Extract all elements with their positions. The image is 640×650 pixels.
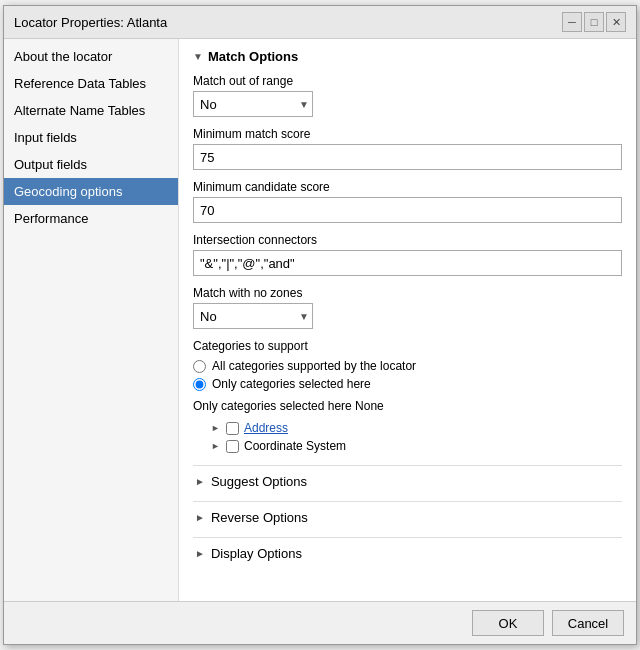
tree-label-address[interactable]: Address xyxy=(244,421,288,435)
display-options-arrow-icon: ► xyxy=(195,548,205,559)
minimum-match-score-input[interactable] xyxy=(193,144,622,170)
match-with-no-zones-select[interactable]: No Yes xyxy=(193,303,313,329)
suggest-options-section: ► Suggest Options xyxy=(193,465,622,497)
reverse-options-section: ► Reverse Options xyxy=(193,501,622,533)
radio-item-all: All categories supported by the locator xyxy=(193,359,622,373)
match-out-of-range-select-wrapper: No Yes ▼ xyxy=(193,91,313,117)
sidebar-item-about-locator[interactable]: About the locator xyxy=(4,43,178,70)
restore-button[interactable]: □ xyxy=(584,12,604,32)
ok-button[interactable]: OK xyxy=(472,610,544,636)
minimum-match-score-group: Minimum match score xyxy=(193,127,622,170)
minimum-candidate-score-group: Minimum candidate score xyxy=(193,180,622,223)
cancel-button[interactable]: Cancel xyxy=(552,610,624,636)
intersection-connectors-label: Intersection connectors xyxy=(193,233,622,247)
match-out-of-range-label: Match out of range xyxy=(193,74,622,88)
sidebar-item-alternate-name-tables[interactable]: Alternate Name Tables xyxy=(4,97,178,124)
section-expand-icon: ▼ xyxy=(193,51,203,62)
radio-group-categories: All categories supported by the locator … xyxy=(193,359,622,391)
tree-expand-coordinate-icon[interactable]: ► xyxy=(211,441,223,451)
sidebar-item-input-fields[interactable]: Input fields xyxy=(4,124,178,151)
match-with-no-zones-label: Match with no zones xyxy=(193,286,622,300)
categories-note: Only categories selected here None xyxy=(193,399,622,413)
match-out-of-range-group: Match out of range No Yes ▼ xyxy=(193,74,622,117)
categories-group: Categories to support All categories sup… xyxy=(193,339,622,455)
reverse-options-label: Reverse Options xyxy=(211,510,308,525)
intersection-connectors-group: Intersection connectors xyxy=(193,233,622,276)
reverse-options-header[interactable]: ► Reverse Options xyxy=(193,502,622,533)
display-options-header[interactable]: ► Display Options xyxy=(193,538,622,569)
match-with-no-zones-group: Match with no zones No Yes ▼ xyxy=(193,286,622,329)
minimum-match-score-label: Minimum match score xyxy=(193,127,622,141)
sidebar-item-output-fields[interactable]: Output fields xyxy=(4,151,178,178)
sidebar-item-geocoding-options[interactable]: Geocoding options xyxy=(4,178,178,205)
match-options-section-header: ▼ Match Options xyxy=(193,49,622,64)
tree-label-coordinate-system: Coordinate System xyxy=(244,439,346,453)
close-button[interactable]: ✕ xyxy=(606,12,626,32)
tree-checkbox-address[interactable] xyxy=(226,422,239,435)
dialog-body: About the locator Reference Data Tables … xyxy=(4,39,636,601)
tree-checkbox-coordinate[interactable] xyxy=(226,440,239,453)
minimum-candidate-score-label: Minimum candidate score xyxy=(193,180,622,194)
main-content: ▼ Match Options Match out of range No Ye… xyxy=(179,39,636,601)
match-out-of-range-select[interactable]: No Yes xyxy=(193,91,313,117)
sidebar-item-performance[interactable]: Performance xyxy=(4,205,178,232)
radio-only-categories[interactable] xyxy=(193,378,206,391)
match-with-no-zones-select-wrapper: No Yes ▼ xyxy=(193,303,313,329)
suggest-options-header[interactable]: ► Suggest Options xyxy=(193,466,622,497)
minimize-button[interactable]: ─ xyxy=(562,12,582,32)
tree-item-coordinate-system: ► Coordinate System xyxy=(193,437,622,455)
display-options-section: ► Display Options xyxy=(193,537,622,569)
title-bar-buttons: ─ □ ✕ xyxy=(562,12,626,32)
categories-label: Categories to support xyxy=(193,339,622,353)
dialog-title: Locator Properties: Atlanta xyxy=(14,15,167,30)
display-options-label: Display Options xyxy=(211,546,302,561)
tree-expand-address-icon[interactable]: ► xyxy=(211,423,223,433)
dialog-window: Locator Properties: Atlanta ─ □ ✕ About … xyxy=(3,5,637,645)
reverse-options-arrow-icon: ► xyxy=(195,512,205,523)
sidebar: About the locator Reference Data Tables … xyxy=(4,39,179,601)
radio-all-categories[interactable] xyxy=(193,360,206,373)
section-title: Match Options xyxy=(208,49,298,64)
suggest-options-arrow-icon: ► xyxy=(195,476,205,487)
radio-item-only: Only categories selected here xyxy=(193,377,622,391)
suggest-options-label: Suggest Options xyxy=(211,474,307,489)
radio-only-label: Only categories selected here xyxy=(212,377,371,391)
minimum-candidate-score-input[interactable] xyxy=(193,197,622,223)
radio-all-label: All categories supported by the locator xyxy=(212,359,416,373)
tree-item-address: ► Address xyxy=(193,419,622,437)
intersection-connectors-input[interactable] xyxy=(193,250,622,276)
title-bar: Locator Properties: Atlanta ─ □ ✕ xyxy=(4,6,636,39)
sidebar-item-reference-data-tables[interactable]: Reference Data Tables xyxy=(4,70,178,97)
dialog-footer: OK Cancel xyxy=(4,601,636,644)
